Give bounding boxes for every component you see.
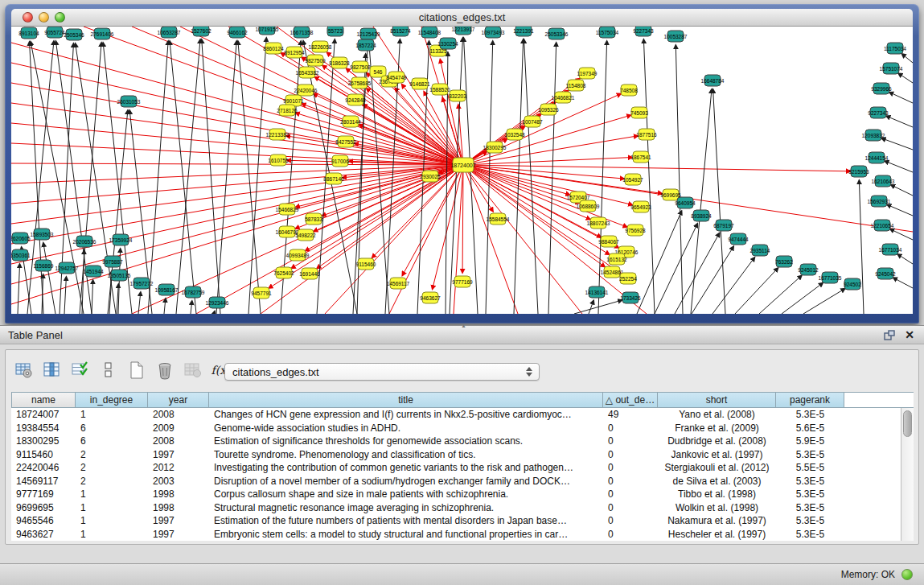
- graph-node[interactable]: 10973493: [482, 27, 505, 38]
- graph-node[interactable]: 9329966: [871, 83, 892, 94]
- citation-edge-red[interactable]: [463, 115, 630, 165]
- table-cell[interactable]: 2012: [148, 462, 209, 473]
- table-cell[interactable]: 1997: [148, 449, 209, 460]
- table-cell[interactable]: 1: [76, 409, 148, 420]
- column-header-title[interactable]: title: [209, 392, 603, 408]
- table-cell[interactable]: 1998: [148, 502, 209, 513]
- citation-edge-red[interactable]: [11, 165, 463, 183]
- graph-node[interactable]: 2718126: [277, 105, 298, 116]
- graph-node[interactable]: 2505346: [64, 29, 84, 40]
- graph-node[interactable]: 15751074: [880, 63, 903, 74]
- graph-node[interactable]: 1330254: [437, 38, 458, 49]
- close-panel-icon[interactable]: ✕: [905, 329, 914, 340]
- citation-edge-black[interactable]: [902, 54, 913, 63]
- citation-edge-black[interactable]: [637, 211, 682, 314]
- graph-node[interactable]: 2930025: [420, 171, 441, 182]
- table-scrollbar[interactable]: [901, 408, 914, 541]
- citation-edge-black[interactable]: [897, 254, 913, 264]
- graph-node[interactable]: 9884067: [598, 236, 619, 247]
- window-titlebar[interactable]: citations_edges.txt: [11, 9, 913, 27]
- table-cell[interactable]: Structural magnetic resonance image aver…: [209, 502, 603, 513]
- table-cell[interactable]: Hescheler et al. (1997): [658, 529, 776, 540]
- graph-node[interactable]: 9474444: [728, 233, 749, 245]
- select-all-icon[interactable]: [68, 359, 92, 381]
- table-cell[interactable]: Yano et al. (2008): [658, 409, 776, 420]
- citation-edge-black[interactable]: [676, 45, 683, 314]
- graph-node[interactable]: 5350361: [11, 249, 31, 261]
- citation-edge-black[interactable]: [514, 39, 524, 314]
- citation-edge-red[interactable]: [463, 165, 580, 204]
- delete-table-icon[interactable]: [181, 359, 204, 381]
- citation-edge-black[interactable]: [64, 277, 66, 314]
- graph-node[interactable]: 11175034: [884, 43, 906, 54]
- citation-edge-black[interactable]: [191, 301, 192, 314]
- graph-node[interactable]: 2803144: [340, 116, 361, 127]
- panel-resize-handle[interactable]: ▴: [462, 323, 470, 328]
- citation-edge-black[interactable]: [886, 116, 913, 127]
- table-row[interactable]: 1872400712008Changes of HCN gene express…: [11, 408, 914, 422]
- table-cell[interactable]: 9115460: [11, 449, 76, 460]
- graph-node[interactable]: 12125439: [357, 28, 380, 39]
- table-cell[interactable]: 0: [603, 529, 658, 540]
- graph-node[interactable]: 9827508: [350, 61, 371, 72]
- table-cell[interactable]: 5.3E-5: [776, 488, 844, 500]
- graph-node[interactable]: 8515274: [390, 27, 411, 36]
- citation-edge-black[interactable]: [898, 73, 913, 83]
- network-canvas[interactable]: 8860124891295418226058982750981863289827…: [11, 27, 913, 314]
- graph-node[interactable]: 9463627: [420, 292, 441, 303]
- graph-node[interactable]: 5498222: [295, 229, 316, 241]
- graph-node[interactable]: 1615132: [606, 253, 627, 265]
- minimize-window-button[interactable]: [39, 12, 49, 23]
- graph-node[interactable]: 6879197: [713, 220, 734, 231]
- graph-node[interactable]: 8215953: [848, 166, 869, 177]
- table-row[interactable]: 969969511998Structural magnetic resonanc…: [11, 501, 914, 515]
- graph-node[interactable]: 9227343: [868, 107, 889, 118]
- citation-edge-black[interactable]: [890, 229, 913, 240]
- citation-edge-black[interactable]: [108, 110, 128, 314]
- table-cell[interactable]: 9699695: [11, 502, 76, 513]
- table-selector-dropdown[interactable]: citations_edges.txt: [224, 363, 540, 381]
- table-cell[interactable]: 1: [76, 529, 148, 540]
- table-cell[interactable]: 49: [603, 409, 658, 420]
- table-cell[interactable]: 5.3E-5: [776, 449, 844, 460]
- graph-node[interactable]: 8186328: [329, 57, 350, 68]
- graph-node[interactable]: 924502: [844, 278, 861, 290]
- table-cell[interactable]: 1: [76, 515, 148, 526]
- graph-node[interactable]: 16771034: [879, 244, 902, 255]
- table-cell[interactable]: Corpus callosum shape and size in male p…: [209, 488, 603, 500]
- table-cell[interactable]: Disruption of a novel member of a sodium…: [209, 476, 603, 487]
- column-header-short[interactable]: short: [658, 392, 776, 408]
- graph-node[interactable]: 10053287: [664, 31, 688, 42]
- graph-node[interactable]: 1857224: [355, 39, 376, 51]
- delete-icon[interactable]: [153, 359, 176, 381]
- citation-edge-black[interactable]: [214, 311, 215, 314]
- citation-edge-black[interactable]: [713, 257, 754, 314]
- table-cell[interactable]: 5.3E-5: [776, 476, 844, 487]
- citation-edge-black[interactable]: [18, 264, 20, 314]
- graph-node[interactable]: 1156869: [34, 260, 54, 271]
- zoom-window-button[interactable]: [55, 12, 65, 23]
- graph-node[interactable]: 745093: [630, 107, 648, 118]
- citation-edge-red[interactable]: [454, 165, 463, 314]
- graph-node[interactable]: 12213383: [266, 129, 290, 140]
- graph-node[interactable]: 9146821: [409, 78, 430, 89]
- table-cell[interactable]: Estimation of significance thresholds fo…: [209, 435, 603, 447]
- table-row[interactable]: 1938455462009Genome-wide association stu…: [11, 422, 914, 435]
- table-cell[interactable]: Tourette syndrome. Phenomenology and cla…: [209, 449, 603, 460]
- graph-node[interactable]: 1221391: [513, 27, 534, 36]
- graph-node[interactable]: 2620605: [11, 233, 31, 244]
- graph-node[interactable]: 1197349: [577, 68, 598, 79]
- table-cell[interactable]: 18724007: [11, 409, 76, 420]
- citation-edge-black[interactable]: [887, 204, 913, 216]
- graph-node[interactable]: 14136141: [585, 286, 609, 298]
- graph-node[interactable]: 18226058: [309, 41, 332, 52]
- citation-edge-black[interactable]: [889, 93, 913, 103]
- table-cell[interactable]: 5.5E-5: [776, 462, 844, 473]
- graph-node[interactable]: 10958167: [155, 284, 179, 295]
- citation-edge-black[interactable]: [202, 39, 220, 314]
- graph-node[interactable]: 27691406: [91, 28, 114, 39]
- show-column-icon[interactable]: [40, 359, 64, 381]
- table-row[interactable]: 2242004622012Investigating the contribut…: [11, 461, 914, 475]
- graph-node[interactable]: 36758685: [348, 77, 372, 89]
- graph-node[interactable]: 16543382: [296, 67, 319, 78]
